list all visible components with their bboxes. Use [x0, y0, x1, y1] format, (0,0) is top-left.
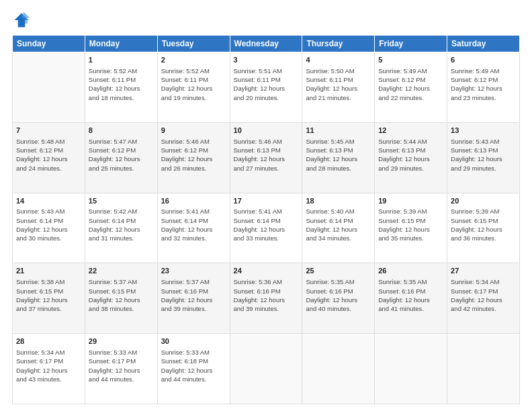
weekday-header-row: SundayMondayTuesdayWednesdayThursdayFrid…	[13, 36, 520, 52]
calendar-cell	[447, 334, 520, 404]
day-number: 18	[306, 196, 371, 206]
calendar-cell: 22Sunrise: 5:37 AM Sunset: 6:15 PM Dayli…	[85, 263, 157, 334]
day-number: 29	[89, 336, 154, 347]
calendar-cell: 10Sunrise: 5:46 AM Sunset: 6:13 PM Dayli…	[230, 122, 302, 193]
calendar-cell: 24Sunrise: 5:36 AM Sunset: 6:16 PM Dayli…	[230, 263, 302, 334]
weekday-header-sunday: Sunday	[13, 36, 85, 52]
calendar-cell: 19Sunrise: 5:39 AM Sunset: 6:15 PM Dayli…	[375, 193, 447, 263]
calendar-cell: 9Sunrise: 5:46 AM Sunset: 6:12 PM Daylig…	[157, 122, 230, 193]
day-number: 10	[234, 126, 299, 136]
day-number: 30	[161, 336, 226, 347]
calendar-cell: 26Sunrise: 5:35 AM Sunset: 6:16 PM Dayli…	[375, 263, 447, 334]
calendar-cell: 13Sunrise: 5:43 AM Sunset: 6:13 PM Dayli…	[447, 122, 520, 193]
day-info: Sunrise: 5:41 AM Sunset: 6:14 PM Dayligh…	[161, 207, 226, 242]
day-info: Sunrise: 5:46 AM Sunset: 6:13 PM Dayligh…	[234, 137, 299, 173]
day-number: 23	[161, 266, 226, 276]
calendar-cell	[375, 334, 447, 404]
day-info: Sunrise: 5:49 AM Sunset: 6:12 PM Dayligh…	[451, 66, 516, 102]
calendar-cell: 8Sunrise: 5:47 AM Sunset: 6:12 PM Daylig…	[85, 122, 157, 193]
day-number: 2	[161, 55, 226, 65]
day-info: Sunrise: 5:48 AM Sunset: 6:12 PM Dayligh…	[16, 137, 81, 173]
day-number: 15	[89, 196, 154, 206]
day-info: Sunrise: 5:36 AM Sunset: 6:16 PM Dayligh…	[234, 277, 299, 313]
day-info: Sunrise: 5:47 AM Sunset: 6:12 PM Dayligh…	[89, 137, 154, 173]
calendar-cell: 20Sunrise: 5:39 AM Sunset: 6:15 PM Dayli…	[447, 193, 520, 263]
day-info: Sunrise: 5:50 AM Sunset: 6:11 PM Dayligh…	[306, 66, 371, 102]
page: SundayMondayTuesdayWednesdayThursdayFrid…	[0, 0, 532, 411]
day-number: 19	[378, 196, 443, 206]
day-number: 20	[451, 196, 516, 206]
calendar-cell: 25Sunrise: 5:35 AM Sunset: 6:16 PM Dayli…	[302, 263, 375, 334]
day-info: Sunrise: 5:38 AM Sunset: 6:15 PM Dayligh…	[16, 277, 81, 313]
day-info: Sunrise: 5:52 AM Sunset: 6:11 PM Dayligh…	[161, 66, 226, 102]
day-number: 21	[16, 266, 81, 276]
calendar-cell: 14Sunrise: 5:43 AM Sunset: 6:14 PM Dayli…	[13, 193, 85, 263]
day-info: Sunrise: 5:34 AM Sunset: 6:17 PM Dayligh…	[16, 348, 81, 383]
day-number: 5	[378, 55, 443, 65]
day-info: Sunrise: 5:49 AM Sunset: 6:12 PM Dayligh…	[378, 66, 443, 102]
day-number: 9	[161, 126, 226, 136]
calendar-cell	[13, 52, 85, 123]
calendar-cell: 1Sunrise: 5:52 AM Sunset: 6:11 PM Daylig…	[85, 52, 157, 123]
calendar-cell: 28Sunrise: 5:34 AM Sunset: 6:17 PM Dayli…	[13, 334, 85, 404]
day-number: 27	[451, 266, 516, 276]
day-info: Sunrise: 5:33 AM Sunset: 6:18 PM Dayligh…	[161, 348, 226, 383]
day-info: Sunrise: 5:40 AM Sunset: 6:14 PM Dayligh…	[306, 207, 371, 242]
calendar-cell: 16Sunrise: 5:41 AM Sunset: 6:14 PM Dayli…	[157, 193, 230, 263]
day-number: 8	[89, 126, 154, 136]
calendar-cell	[302, 334, 375, 404]
day-number: 16	[161, 196, 226, 206]
day-info: Sunrise: 5:42 AM Sunset: 6:14 PM Dayligh…	[89, 207, 154, 242]
calendar-cell	[230, 334, 302, 404]
day-number: 13	[451, 126, 516, 136]
day-number: 12	[378, 126, 443, 136]
day-number: 17	[234, 196, 299, 206]
day-number: 11	[306, 126, 371, 136]
day-info: Sunrise: 5:35 AM Sunset: 6:16 PM Dayligh…	[378, 277, 443, 313]
calendar-week-2: 7Sunrise: 5:48 AM Sunset: 6:12 PM Daylig…	[13, 122, 520, 193]
header	[12, 11, 520, 30]
day-info: Sunrise: 5:39 AM Sunset: 6:15 PM Dayligh…	[378, 207, 443, 242]
day-info: Sunrise: 5:33 AM Sunset: 6:17 PM Dayligh…	[89, 348, 154, 383]
calendar-week-5: 28Sunrise: 5:34 AM Sunset: 6:17 PM Dayli…	[13, 334, 520, 404]
calendar-cell: 2Sunrise: 5:52 AM Sunset: 6:11 PM Daylig…	[157, 52, 230, 123]
day-number: 4	[306, 55, 371, 65]
day-number: 6	[451, 55, 516, 65]
logo	[12, 11, 34, 30]
weekday-header-friday: Friday	[375, 36, 447, 52]
day-info: Sunrise: 5:43 AM Sunset: 6:13 PM Dayligh…	[451, 137, 516, 173]
day-number: 28	[16, 336, 81, 347]
calendar-table: SundayMondayTuesdayWednesdayThursdayFrid…	[12, 35, 520, 404]
calendar-week-3: 14Sunrise: 5:43 AM Sunset: 6:14 PM Dayli…	[13, 193, 520, 263]
day-number: 7	[16, 126, 81, 136]
calendar-cell: 18Sunrise: 5:40 AM Sunset: 6:14 PM Dayli…	[302, 193, 375, 263]
day-info: Sunrise: 5:37 AM Sunset: 6:16 PM Dayligh…	[161, 277, 226, 313]
calendar-cell: 3Sunrise: 5:51 AM Sunset: 6:11 PM Daylig…	[230, 52, 302, 123]
day-number: 26	[378, 266, 443, 276]
calendar-cell: 23Sunrise: 5:37 AM Sunset: 6:16 PM Dayli…	[157, 263, 230, 334]
day-info: Sunrise: 5:41 AM Sunset: 6:14 PM Dayligh…	[234, 207, 299, 242]
day-info: Sunrise: 5:43 AM Sunset: 6:14 PM Dayligh…	[16, 207, 81, 242]
weekday-header-wednesday: Wednesday	[230, 36, 302, 52]
calendar-cell: 15Sunrise: 5:42 AM Sunset: 6:14 PM Dayli…	[85, 193, 157, 263]
weekday-header-tuesday: Tuesday	[157, 36, 230, 52]
day-info: Sunrise: 5:45 AM Sunset: 6:13 PM Dayligh…	[306, 137, 371, 173]
day-info: Sunrise: 5:51 AM Sunset: 6:11 PM Dayligh…	[234, 66, 299, 102]
calendar-cell: 30Sunrise: 5:33 AM Sunset: 6:18 PM Dayli…	[157, 334, 230, 404]
weekday-header-monday: Monday	[85, 36, 157, 52]
day-number: 3	[234, 55, 299, 65]
calendar-cell: 12Sunrise: 5:44 AM Sunset: 6:13 PM Dayli…	[375, 122, 447, 193]
day-info: Sunrise: 5:34 AM Sunset: 6:17 PM Dayligh…	[451, 277, 516, 313]
calendar-cell: 17Sunrise: 5:41 AM Sunset: 6:14 PM Dayli…	[230, 193, 302, 263]
calendar-cell: 27Sunrise: 5:34 AM Sunset: 6:17 PM Dayli…	[447, 263, 520, 334]
day-info: Sunrise: 5:46 AM Sunset: 6:12 PM Dayligh…	[161, 137, 226, 173]
calendar-cell: 4Sunrise: 5:50 AM Sunset: 6:11 PM Daylig…	[302, 52, 375, 123]
calendar-cell: 11Sunrise: 5:45 AM Sunset: 6:13 PM Dayli…	[302, 122, 375, 193]
day-info: Sunrise: 5:35 AM Sunset: 6:16 PM Dayligh…	[306, 277, 371, 313]
day-info: Sunrise: 5:37 AM Sunset: 6:15 PM Dayligh…	[89, 277, 154, 313]
calendar-cell: 7Sunrise: 5:48 AM Sunset: 6:12 PM Daylig…	[13, 122, 85, 193]
day-number: 1	[89, 55, 154, 65]
weekday-header-thursday: Thursday	[302, 36, 375, 52]
logo-icon	[12, 11, 31, 30]
calendar-cell: 6Sunrise: 5:49 AM Sunset: 6:12 PM Daylig…	[447, 52, 520, 123]
